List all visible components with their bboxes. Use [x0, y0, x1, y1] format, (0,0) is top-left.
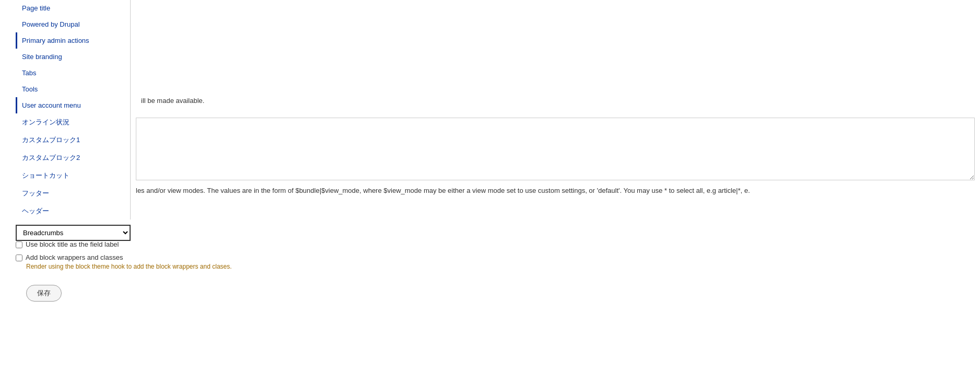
- list-item[interactable]: ヘッダー: [16, 202, 130, 220]
- list-item-label: User account menu: [22, 101, 81, 109]
- bottom-text-label: les and/or view modes. The values are in…: [136, 187, 750, 194]
- list-item[interactable]: User account menu: [16, 97, 130, 113]
- list-item[interactable]: Tools: [16, 81, 130, 97]
- list-item-label: Site branding: [22, 53, 62, 61]
- dropdown-list-container: Page titlePowered by DrupalPrimary admin…: [16, 0, 131, 220]
- list-item[interactable]: オンライン状況: [16, 113, 130, 131]
- list-item-label: カスタムブロック1: [22, 136, 80, 144]
- list-item-label: Tabs: [22, 69, 36, 77]
- list-item-label: フッター: [22, 189, 49, 197]
- list-item-label: Page title: [22, 4, 50, 12]
- checkbox-label-use-block-title: Use block title as the field label: [26, 240, 119, 248]
- content-bottom-text: les and/or view modes. The values are in…: [136, 186, 975, 196]
- list-item[interactable]: Primary admin actions: [16, 32, 130, 49]
- select-row: Breadcrumbs: [16, 225, 131, 241]
- top-text-label: ill be made available.: [141, 97, 204, 105]
- list-item-label: Tools: [22, 85, 38, 93]
- list-item[interactable]: カスタムブロック1: [16, 131, 130, 149]
- content-top-text: ill be made available.: [141, 97, 204, 105]
- list-item-label: Powered by Drupal: [22, 20, 80, 28]
- page-wrapper: Page titlePowered by DrupalPrimary admin…: [0, 0, 980, 381]
- list-item-label: ヘッダー: [22, 207, 49, 215]
- main-content: ill be made available. les and/or view m…: [136, 0, 980, 381]
- list-item[interactable]: ショートカット: [16, 167, 130, 184]
- list-item[interactable]: Tabs: [16, 65, 130, 81]
- list-item[interactable]: Site branding: [16, 49, 130, 65]
- checkbox-use-block-title[interactable]: [16, 241, 22, 248]
- save-button[interactable]: 保存: [26, 285, 62, 302]
- list-item[interactable]: Powered by Drupal: [16, 16, 130, 32]
- list-item-label: カスタムブロック2: [22, 154, 80, 161]
- main-textarea[interactable]: [136, 118, 975, 180]
- block-select[interactable]: Breadcrumbs: [16, 225, 131, 241]
- list-item[interactable]: フッター: [16, 184, 130, 202]
- textarea-area: [136, 118, 975, 180]
- dropdown-list: Page titlePowered by DrupalPrimary admin…: [16, 0, 130, 220]
- list-item[interactable]: Page title: [16, 0, 130, 16]
- list-item-label: ショートカット: [22, 171, 69, 179]
- list-item-label: オンライン状況: [22, 118, 69, 126]
- list-item-label: Primary admin actions: [22, 37, 89, 44]
- checkbox-label-add-block-wrappers: Add block wrappers and classes: [26, 253, 123, 261]
- list-item[interactable]: カスタムブロック2: [16, 149, 130, 167]
- checkbox-add-block-wrappers[interactable]: [16, 255, 22, 261]
